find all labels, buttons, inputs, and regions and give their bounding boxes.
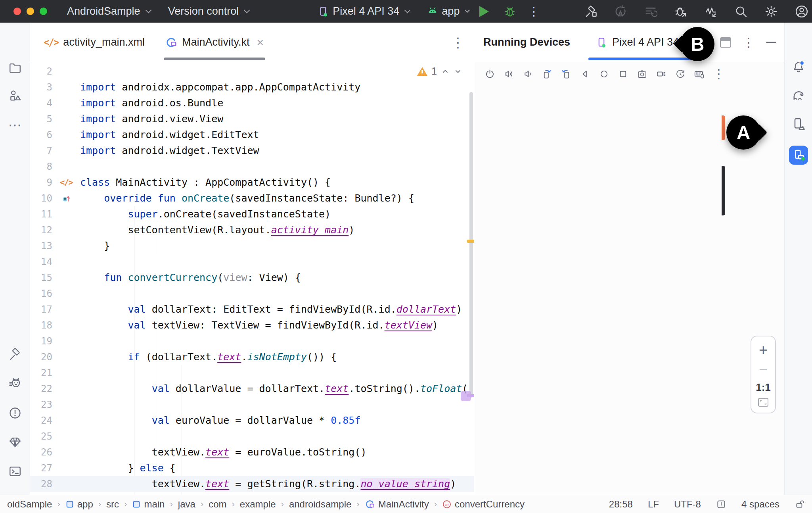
zoom-in-button[interactable]: +: [759, 342, 768, 357]
kotlin-class-icon: [165, 37, 177, 48]
resource-manager-icon[interactable]: [8, 88, 22, 103]
close-tab-icon[interactable]: ×: [257, 36, 264, 49]
zoom-out-button[interactable]: −: [759, 362, 768, 377]
breadcrumb-item-java[interactable]: java: [178, 499, 195, 510]
run-button[interactable]: [479, 6, 489, 17]
breadcrumb-item-src[interactable]: src: [106, 499, 119, 510]
app-quality-insights-icon[interactable]: [8, 435, 22, 449]
running-devices-icon[interactable]: [789, 146, 808, 165]
build-icon[interactable]: [583, 4, 598, 19]
inspections-widget[interactable]: 1: [417, 65, 462, 77]
breadcrumb-item-com[interactable]: com: [209, 499, 226, 510]
tab-mainactivity-kt[interactable]: MainActivity.kt ×: [155, 23, 274, 62]
volume-up-icon[interactable]: [503, 68, 514, 79]
close-window-button[interactable]: [13, 8, 21, 15]
rotate-right-icon[interactable]: [560, 68, 571, 79]
recent-actions-icon[interactable]: [643, 4, 658, 19]
search-everywhere-icon[interactable]: [734, 4, 748, 19]
debug-button[interactable]: [503, 5, 517, 18]
inspection-highlight-icon[interactable]: [716, 499, 726, 509]
hardware-input-icon[interactable]: [693, 68, 705, 79]
logcat-icon[interactable]: [8, 377, 22, 391]
code-line-9: 9</>class MainActivity : AppCompatActivi…: [30, 175, 474, 190]
right-tool-stripe: [784, 23, 812, 495]
panel-options-icon[interactable]: ⋮: [742, 36, 755, 49]
problems-icon[interactable]: [8, 406, 22, 420]
code-line-19: 19: [30, 333, 474, 349]
caret-position[interactable]: 28:58: [609, 499, 633, 510]
settings-icon[interactable]: [764, 4, 778, 19]
notifications-icon[interactable]: [791, 60, 806, 74]
line-separator[interactable]: LF: [648, 499, 659, 510]
window-layout-icon[interactable]: [720, 37, 731, 48]
rotate-left-icon[interactable]: [541, 68, 552, 79]
snapshot-reset-icon[interactable]: [674, 68, 686, 79]
breadcrumb-separator: ›: [170, 499, 172, 509]
account-icon[interactable]: [794, 4, 809, 19]
code-with-me-icon[interactable]: [613, 4, 628, 19]
file-encoding[interactable]: UTF-8: [674, 499, 701, 510]
run-more-options-icon[interactable]: ⋮: [528, 6, 540, 17]
zoom-window-button[interactable]: [40, 8, 47, 15]
module-icon: [132, 500, 141, 509]
terminal-icon[interactable]: [8, 464, 22, 478]
power-button: [722, 115, 725, 140]
back-icon[interactable]: [579, 68, 590, 79]
overrides-gutter-icon[interactable]: [61, 194, 71, 203]
breadcrumb-item-oidSample[interactable]: oidSample: [7, 499, 52, 510]
class-gutter-icon[interactable]: </>: [60, 175, 73, 190]
fit-to-window-button[interactable]: [758, 398, 768, 407]
code-line-18: 18 val textView: TextView = findViewById…: [30, 317, 474, 333]
prev-warning-icon[interactable]: [441, 67, 450, 76]
warning-icon: [417, 67, 427, 76]
gradle-icon[interactable]: [791, 88, 806, 103]
breadcrumb-item-MainActivity[interactable]: MainActivity: [365, 499, 429, 510]
attach-debugger-icon[interactable]: [674, 4, 688, 19]
breadcrumb-item-androidsample[interactable]: androidsample: [289, 499, 351, 510]
code-editor[interactable]: 23import androidx.appcompat.app.AppCompa…: [30, 62, 474, 495]
code-line-8: 8: [30, 159, 474, 175]
device-selector[interactable]: Pixel 4 API 34: [317, 5, 410, 17]
power-icon[interactable]: [484, 68, 495, 79]
device-manager-icon[interactable]: [791, 117, 806, 131]
project-selector[interactable]: AndroidSample: [67, 5, 151, 17]
overview-icon[interactable]: [617, 68, 628, 79]
code-line-6: 6import android.widget.EditText: [30, 127, 474, 143]
minimize-window-button[interactable]: [27, 8, 34, 15]
editor-scrollbar[interactable]: [469, 92, 473, 398]
code-line-17: 17 val dollarText: EditText = findViewBy…: [30, 302, 474, 317]
breadcrumb-separator: ›: [232, 499, 235, 509]
tab-activity-main-xml[interactable]: </> activity_main.xml: [33, 23, 155, 62]
zoom-reset-button[interactable]: 1:1: [756, 381, 771, 394]
breadcrumb-item-main[interactable]: main: [132, 499, 165, 510]
android-studio-window: AndroidSample Version control Pixel 4 AP…: [0, 0, 812, 513]
xml-file-icon: </>: [44, 37, 58, 48]
home-icon[interactable]: [598, 68, 609, 79]
more-tool-windows-icon[interactable]: ⋯: [8, 118, 22, 132]
breadcrumb-item-convertCurrency[interactable]: mconvertCurrency: [442, 499, 525, 510]
profiler-icon[interactable]: [704, 4, 718, 19]
vcs-selector[interactable]: Version control: [168, 5, 249, 17]
tab-options-icon[interactable]: ⋮: [451, 35, 465, 50]
build-hammer-icon[interactable]: [8, 347, 22, 361]
run-config-selector[interactable]: app: [427, 5, 469, 17]
code-line-15: 15 fun convertCurrency(view: View) {: [30, 270, 474, 286]
active-device-tab-underline: [588, 58, 702, 60]
lock-icon[interactable]: [795, 499, 805, 509]
breadcrumb-item-app[interactable]: app: [65, 499, 93, 510]
more-icon[interactable]: ⋮: [712, 67, 725, 80]
annotation-letter: B: [691, 33, 705, 55]
next-warning-icon[interactable]: [454, 67, 462, 76]
hide-panel-icon[interactable]: [766, 42, 776, 43]
screen-record-icon[interactable]: [655, 68, 666, 79]
warning-stripe-mark[interactable]: [467, 240, 474, 243]
breadcrumb-item-example[interactable]: example: [240, 499, 276, 510]
chevron-down-icon: [145, 7, 151, 13]
indent-setting[interactable]: 4 spaces: [741, 499, 779, 510]
code-line-27: 27 } else {: [30, 460, 474, 476]
volume-down-icon[interactable]: [522, 68, 533, 79]
project-folder-icon[interactable]: [8, 61, 22, 75]
screenshot-icon[interactable]: [636, 68, 647, 79]
device-name: Pixel 4 API 34: [333, 5, 399, 17]
chevron-down-icon: [404, 7, 411, 13]
